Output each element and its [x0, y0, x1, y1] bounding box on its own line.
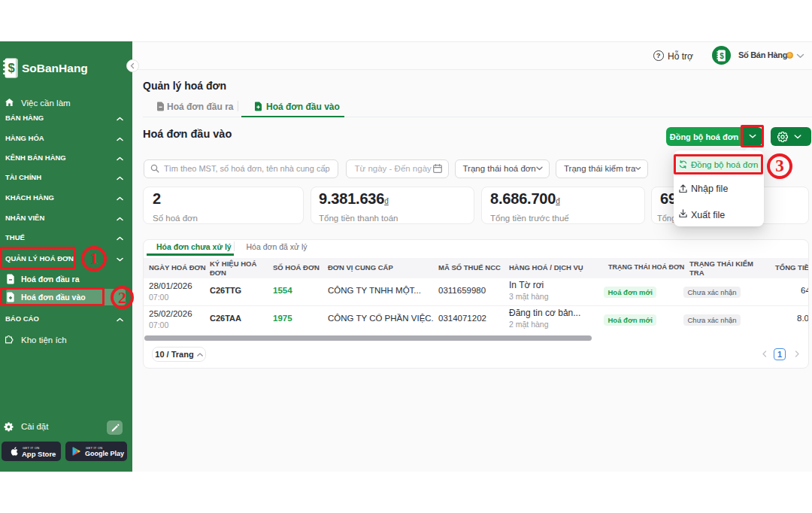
svg-text:$: $: [720, 52, 724, 60]
svg-text:$: $: [8, 61, 14, 74]
